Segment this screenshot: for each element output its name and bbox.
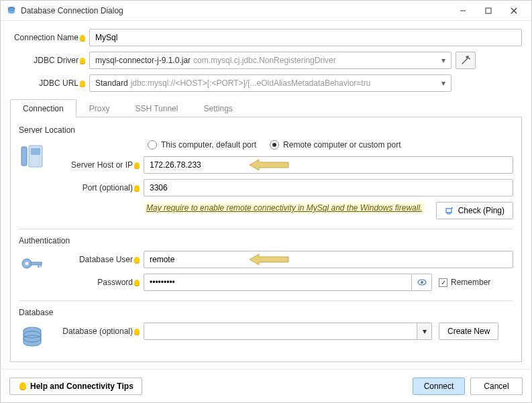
bulb-icon (80, 58, 85, 64)
chevron-down-icon: ▾ (423, 327, 427, 336)
create-new-button[interactable]: Create New (439, 323, 498, 340)
radio-local[interactable]: This computer, default port (148, 140, 256, 150)
svg-rect-8 (21, 147, 27, 166)
bulb-icon (134, 185, 140, 192)
wand-button[interactable] (456, 52, 476, 69)
user-input[interactable] (144, 251, 513, 268)
database-dropdown-button[interactable]: ▾ (417, 323, 432, 340)
user-label: Database User (50, 255, 144, 264)
svg-rect-17 (38, 265, 40, 268)
host-label: Server Host or IP (50, 160, 144, 170)
chevron-down-icon: ▾ (441, 56, 445, 65)
help-button[interactable]: Help and Connectivity Tips (9, 378, 142, 395)
password-input[interactable] (144, 274, 412, 291)
tab-proxy[interactable]: Proxy (76, 99, 123, 117)
jdbc-url-select[interactable]: Standardjdbc:mysql://<HOST>[:<PORT>]/[..… (89, 74, 451, 92)
titlebar: Database Connection Dialog (1, 1, 531, 21)
port-input[interactable] (144, 179, 513, 196)
tab-settings[interactable]: Settings (191, 99, 245, 117)
svg-point-21 (421, 281, 423, 284)
chevron-down-icon: ▾ (441, 78, 445, 88)
footer: Help and Connectivity Tips Connect Cance… (0, 369, 532, 403)
radio-local-label: This computer, default port (161, 140, 256, 150)
svg-point-6 (468, 56, 469, 57)
radio-remote[interactable]: Remote computer or custom port (270, 140, 401, 150)
authentication-title: Authentication (19, 236, 513, 245)
svg-rect-16 (31, 262, 42, 265)
bulb-icon (134, 280, 140, 286)
connect-button[interactable]: Connect (413, 378, 465, 395)
bulb-icon (80, 80, 85, 87)
connection-name-label: Connection Name (10, 33, 89, 42)
password-label: Password (50, 278, 144, 287)
database-icon (19, 323, 44, 352)
tab-panel-connection: Server Location This computer, default p… (10, 117, 522, 362)
radio-remote-label: Remote computer or custom port (283, 140, 401, 150)
connection-name-input[interactable] (89, 29, 522, 46)
firewall-hint-link[interactable]: May require to enable remote connectivit… (144, 202, 425, 214)
check-ping-button[interactable]: Check (Ping) (436, 202, 513, 219)
window-title: Database Connection Dialog (21, 6, 451, 15)
server-location-title: Server Location (19, 125, 513, 135)
database-title: Database (19, 308, 513, 317)
svg-rect-12 (446, 209, 451, 213)
show-password-button[interactable] (412, 274, 432, 291)
bulb-icon (134, 162, 140, 169)
tab-connection[interactable]: Connection (10, 99, 76, 117)
jdbc-driver-label: JDBC Driver (10, 56, 89, 65)
bulb-icon (134, 257, 140, 264)
minimize-button[interactable] (451, 3, 475, 19)
database-input[interactable] (144, 323, 417, 340)
close-button[interactable] (502, 3, 526, 19)
host-input[interactable] (144, 156, 513, 174)
svg-rect-18 (40, 265, 42, 267)
jdbc-driver-select[interactable]: mysql-connector-j-9.1.0.jarcom.mysql.cj.… (89, 52, 451, 69)
svg-point-13 (451, 207, 453, 209)
cancel-button[interactable]: Cancel (470, 378, 523, 395)
maximize-button[interactable] (476, 3, 500, 19)
svg-rect-10 (31, 148, 40, 155)
bulb-icon (19, 382, 26, 390)
checkbox-icon: ✓ (439, 278, 447, 287)
bulb-icon (134, 329, 140, 335)
jdbc-url-label: JDBC URL (10, 78, 89, 88)
tabs: Connection Proxy SSH Tunnel Settings (10, 99, 522, 117)
port-label: Port (optional) (50, 183, 144, 192)
svg-point-15 (25, 262, 29, 266)
svg-point-7 (469, 58, 470, 59)
server-icon (19, 140, 44, 225)
radio-icon (148, 140, 157, 150)
radio-icon (270, 140, 279, 150)
bulb-icon (80, 35, 85, 42)
remember-checkbox[interactable]: ✓ Remember (439, 278, 490, 287)
tab-ssh-tunnel[interactable]: SSH Tunnel (122, 99, 191, 117)
database-label: Database (optional) (50, 327, 144, 336)
app-icon (6, 5, 17, 16)
svg-rect-3 (486, 8, 491, 13)
remember-label: Remember (451, 278, 490, 287)
key-icon (19, 251, 44, 296)
